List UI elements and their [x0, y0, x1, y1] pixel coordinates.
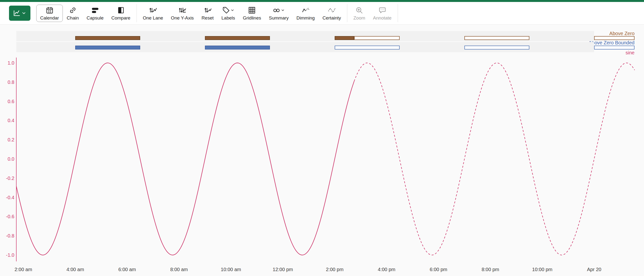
toolbar-button-label: Reset — [202, 16, 214, 20]
chart-type-dropdown-button[interactable] — [9, 6, 30, 21]
toolbar-button-zoom[interactable]: Zoom — [350, 5, 369, 22]
gridlines-icon — [248, 6, 256, 14]
line-chart-icon — [13, 10, 20, 17]
toolbar-button-chain[interactable]: Chain — [63, 5, 83, 22]
toolbar-button-label: One Lane — [143, 16, 163, 20]
toolbar-button-dimming[interactable]: Dimming — [292, 5, 318, 22]
lane-interval-bar[interactable] — [594, 36, 634, 40]
lane-interval-bar[interactable] — [205, 36, 270, 40]
toolbar-separator — [347, 4, 347, 22]
top-accent-bar — [0, 0, 644, 2]
lane-interval-bar[interactable] — [464, 46, 529, 50]
toolbar-button-calendar[interactable]: Calendar — [36, 5, 63, 22]
toolbar-button-label: Chain — [67, 16, 79, 20]
lane-interval-bar[interactable] — [205, 46, 270, 50]
x-tick-label: 8:00 pm — [482, 267, 499, 272]
toolbar-button-label: Summary — [269, 16, 289, 20]
toolbar-button-label: Capsule — [87, 16, 104, 20]
toolbar-button-label: Zoom — [354, 16, 365, 20]
reset-icon — [204, 6, 212, 14]
icon-group — [222, 6, 234, 14]
toolbar-button-capsule[interactable]: Capsule — [83, 5, 108, 22]
summary-icon — [272, 6, 280, 14]
one-y-axis-icon — [178, 6, 186, 14]
lane-interval-bar[interactable] — [335, 36, 354, 40]
toolbar-button-summary[interactable]: Summary — [265, 5, 292, 22]
lane-interval-bar[interactable] — [464, 36, 529, 40]
y-tick-label: 0.0 — [1, 156, 14, 162]
y-tick-label: -0.2 — [1, 176, 14, 181]
x-tick-label: 4:00 am — [66, 267, 84, 272]
toolbar-button-label: Annotate — [373, 16, 392, 20]
toolbar-button-reset[interactable]: Reset — [198, 5, 218, 22]
toolbar-button-annotate[interactable]: Annotate — [369, 5, 396, 22]
compare-icon — [117, 6, 125, 14]
tag-icon — [222, 6, 230, 14]
calendar-icon — [46, 6, 54, 14]
y-tick-label: 0.6 — [1, 99, 14, 104]
app-window: Calendar Chain Capsule Compare One Lane … — [0, 0, 644, 276]
toolbar-button-label: Gridlines — [243, 16, 261, 20]
toolbar: Calendar Chain Capsule Compare One Lane … — [0, 2, 644, 25]
x-tick-label: 6:00 am — [118, 267, 136, 272]
x-tick-label: 8:00 am — [170, 267, 188, 272]
sine-line-future — [354, 63, 634, 255]
y-tick-label: 0.8 — [1, 79, 14, 85]
lane-interval-bar[interactable] — [75, 36, 140, 40]
chevron-down-icon — [22, 11, 26, 16]
chevron-down-icon — [281, 8, 285, 12]
annotate-icon — [378, 6, 386, 14]
x-tick-label: 10:00 pm — [532, 267, 552, 272]
x-tick-label: 12:00 pm — [272, 267, 293, 272]
toolbar-separator — [398, 4, 398, 22]
lane-interval-bar[interactable] — [594, 46, 634, 50]
lane-interval-bar[interactable] — [75, 46, 140, 50]
toolbar-separator — [136, 4, 137, 22]
y-tick-label: 0.4 — [1, 118, 14, 123]
y-tick-label: -1.0 — [1, 252, 14, 258]
chevron-down-icon — [230, 8, 234, 12]
chart-area[interactable]: Above Zero Above Zero Bounded sine 1.00.… — [0, 25, 644, 276]
y-tick-label: -0.8 — [1, 233, 14, 238]
toolbar-button-certainty[interactable]: Certainty — [318, 5, 345, 22]
toolbar-button-compare[interactable]: Compare — [107, 5, 134, 22]
dimming-icon — [302, 6, 310, 14]
lane-interval-bar[interactable] — [335, 46, 400, 50]
series-label-sine[interactable]: sine — [626, 50, 634, 55]
toolbar-button-label: Certainty — [322, 16, 341, 20]
icon-group — [272, 6, 285, 14]
toolbar-button-label: Labels — [222, 16, 235, 20]
lane-label-above-zero-bounded[interactable]: Above Zero Bounded — [588, 40, 634, 45]
y-tick-label: 0.2 — [1, 137, 14, 143]
capsule-icon — [91, 6, 99, 14]
sine-line-past — [16, 63, 354, 255]
x-tick-label: 4:00 pm — [378, 267, 395, 272]
one-lane-icon — [149, 6, 157, 14]
lane-interval-bar[interactable] — [354, 36, 400, 40]
x-tick-label: 2:00 am — [14, 267, 32, 272]
chain-icon — [69, 6, 77, 14]
x-tick-label: 2:00 pm — [326, 267, 344, 272]
x-tick-label: 10:00 am — [221, 267, 241, 272]
y-axis-line — [16, 58, 16, 261]
toolbar-button-label: Compare — [111, 16, 130, 20]
x-tick-label: Apr 20 — [587, 267, 602, 272]
toolbar-button-one-y-axis[interactable]: One Y-Axis — [167, 5, 198, 22]
sine-plot — [0, 25, 644, 276]
toolbar-button-one-lane[interactable]: One Lane — [139, 5, 167, 22]
y-tick-label: -0.6 — [1, 214, 14, 219]
y-tick-label: 1.0 — [1, 60, 14, 66]
y-tick-label: -0.4 — [1, 195, 14, 200]
zoom-in-icon — [355, 6, 363, 14]
toolbar-button-label: One Y-Axis — [171, 16, 194, 20]
toolbar-button-gridlines[interactable]: Gridlines — [239, 5, 265, 22]
certainty-icon — [328, 6, 336, 14]
x-tick-label: 6:00 pm — [430, 267, 447, 272]
toolbar-button-label: Calendar — [40, 16, 59, 20]
lane-label-above-zero[interactable]: Above Zero — [610, 31, 634, 36]
toolbar-button-label: Dimming — [296, 16, 315, 20]
toolbar-button-labels[interactable]: Labels — [218, 5, 239, 22]
